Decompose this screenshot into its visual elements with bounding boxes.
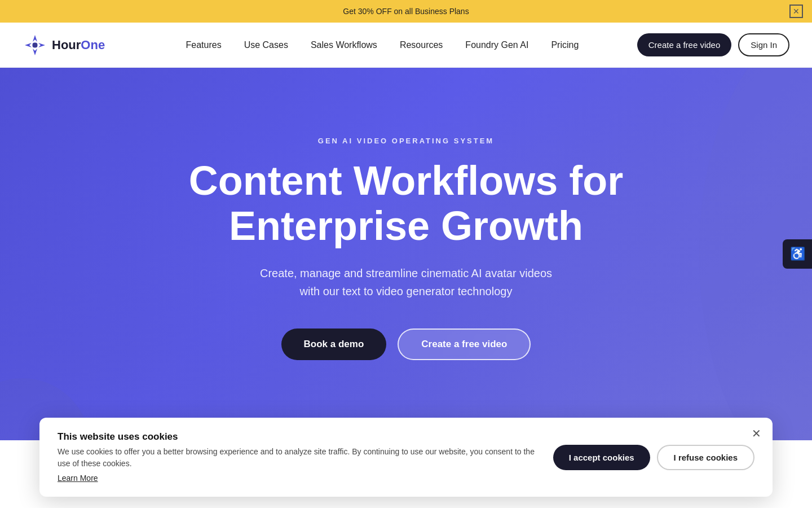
cookie-text-area: This website uses cookies We use cookies…: [58, 431, 535, 483]
accessibility-button[interactable]: ♿: [783, 239, 812, 269]
nav-item-pricing[interactable]: Pricing: [542, 36, 588, 55]
hero-buttons: Book a demo Create a free video: [281, 329, 531, 360]
svg-point-1: [32, 42, 38, 48]
hero-book-demo-button[interactable]: Book a demo: [281, 329, 387, 360]
hero-title-line1: Content Workflows for: [189, 158, 624, 203]
nav-item-resources[interactable]: Resources: [391, 36, 452, 55]
cookie-actions: I accept cookies I refuse cookies: [553, 445, 754, 470]
logo-name: HourOne: [52, 38, 105, 52]
cookie-learn-more-link[interactable]: Learn More: [58, 474, 98, 483]
nav-signin-button[interactable]: Sign In: [738, 33, 789, 56]
logo-link[interactable]: HourOne: [23, 33, 105, 58]
hero-create-video-button[interactable]: Create a free video: [398, 329, 531, 360]
hero-title-line2: Enterprise Growth: [229, 203, 583, 248]
cookie-banner: This website uses cookies We use cookies…: [39, 418, 773, 497]
cookie-description: We use cookies to offer you a better bro…: [58, 446, 535, 470]
nav-item-features[interactable]: Features: [177, 36, 231, 55]
nav-item-use-cases[interactable]: Use Cases: [235, 36, 297, 55]
hero-section: GEN AI VIDEO OPERATING SYSTEM Content Wo…: [0, 68, 812, 440]
cookie-close-button[interactable]: ✕: [752, 427, 761, 440]
nav-links: Features Use Cases Sales Workflows Resou…: [127, 36, 637, 55]
cookie-refuse-button[interactable]: I refuse cookies: [657, 445, 754, 470]
hero-eyebrow: GEN AI VIDEO OPERATING SYSTEM: [318, 137, 494, 145]
announcement-text: Get 30% OFF on all Business Plans: [343, 7, 469, 16]
announcement-close-button[interactable]: ✕: [789, 5, 803, 18]
hero-subtitle: Create, manage and streamline cinematic …: [260, 264, 552, 300]
cookie-title: This website uses cookies: [58, 431, 535, 443]
hero-subtitle-line2: with our text to video generator technol…: [300, 285, 513, 297]
nav-item-sales-workflows[interactable]: Sales Workflows: [302, 36, 386, 55]
nav-actions: Create a free video Sign In: [637, 33, 789, 56]
nav-create-video-button[interactable]: Create a free video: [637, 33, 732, 56]
logo-icon: [23, 33, 47, 58]
cookie-accept-button[interactable]: I accept cookies: [553, 445, 650, 470]
announcement-banner: Get 30% OFF on all Business Plans ✕: [0, 0, 812, 23]
hero-title: Content Workflows for Enterprise Growth: [189, 159, 624, 248]
navbar: HourOne Features Use Cases Sales Workflo…: [0, 23, 812, 68]
nav-item-foundry-gen-ai[interactable]: Foundry Gen AI: [456, 36, 537, 55]
accessibility-icon: ♿: [790, 247, 805, 261]
hero-subtitle-line1: Create, manage and streamline cinematic …: [260, 267, 552, 279]
